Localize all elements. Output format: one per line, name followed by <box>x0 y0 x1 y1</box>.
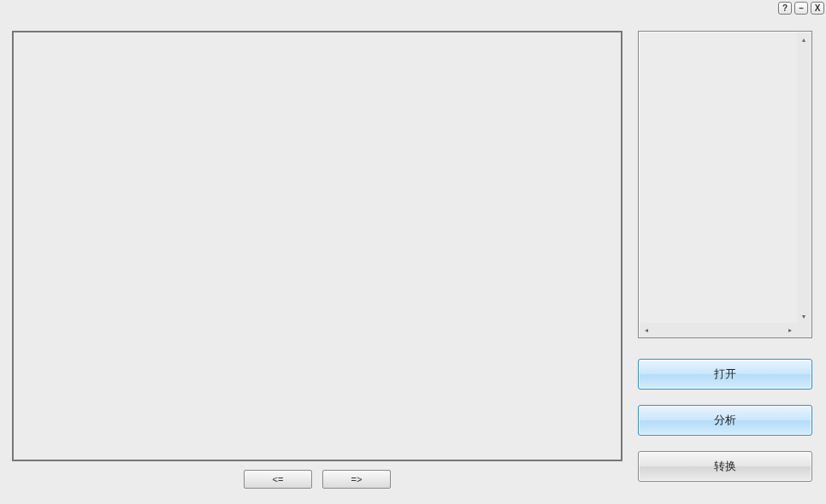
vertical-scrollbar[interactable]: ▴ ▾ <box>797 32 811 323</box>
nav-buttons: <= => <box>12 470 622 489</box>
next-button-label: => <box>351 474 363 484</box>
next-button[interactable]: => <box>322 470 391 489</box>
scroll-left-icon[interactable]: ◂ <box>640 323 653 337</box>
minimize-icon: – <box>799 4 804 13</box>
open-button[interactable]: 打开 <box>638 359 812 390</box>
minimize-button[interactable]: – <box>794 2 808 15</box>
scroll-right-icon[interactable]: ▸ <box>783 323 797 337</box>
list-pane: ▴ ▾ ◂ ▸ <box>638 31 812 338</box>
help-button[interactable]: ? <box>778 2 792 15</box>
action-buttons: 打开 分析 转换 <box>638 359 812 482</box>
analyze-button-label: 分析 <box>714 413 736 428</box>
scroll-corner <box>797 323 811 337</box>
preview-pane <box>12 31 622 461</box>
prev-button[interactable]: <= <box>244 470 312 489</box>
horizontal-scrollbar[interactable]: ◂ ▸ <box>640 323 797 337</box>
prev-button-label: <= <box>273 474 284 484</box>
scroll-up-icon[interactable]: ▴ <box>797 32 811 46</box>
list-content[interactable] <box>640 32 797 323</box>
analyze-button[interactable]: 分析 <box>638 405 812 436</box>
convert-button[interactable]: 转换 <box>638 451 812 482</box>
help-icon: ? <box>782 4 788 13</box>
convert-button-label: 转换 <box>714 459 736 474</box>
titlebar-buttons: ? – X <box>778 2 824 15</box>
scroll-down-icon[interactable]: ▾ <box>797 309 811 323</box>
close-icon: X <box>815 4 821 13</box>
close-button[interactable]: X <box>811 2 824 15</box>
open-button-label: 打开 <box>714 366 736 382</box>
